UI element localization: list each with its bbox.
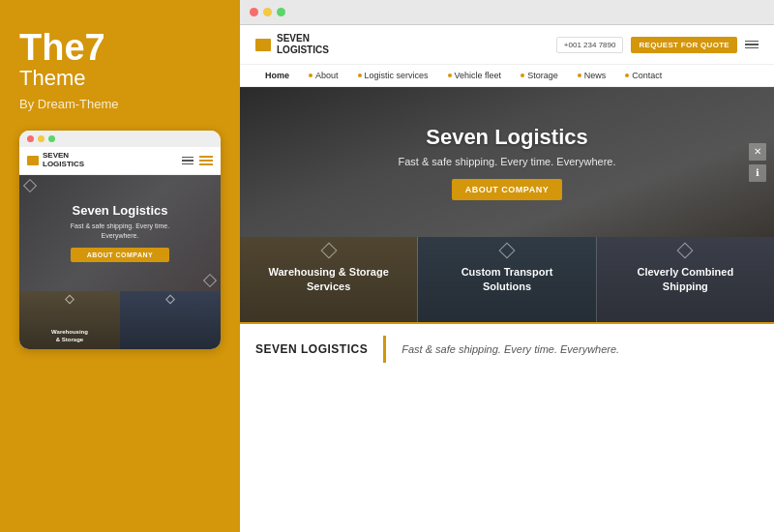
site-header: SEVEN LOGISTICS +001 234 7890 REQUEST FO… [240, 25, 774, 65]
nav-about[interactable]: About [299, 65, 348, 86]
theme-subtitle: Theme [19, 66, 221, 91]
nav-storage[interactable]: Storage [511, 65, 568, 86]
site-hero: Seven Logistics Fast & safe shipping. Ev… [240, 87, 774, 237]
browser-dot-red[interactable] [250, 8, 258, 16]
mobile-mockup: SEVEN LOGISTICS Seven Logistics Fast & s… [19, 131, 221, 349]
bottom-section: SEVEN LOGISTICS Fast & safe shipping. Ev… [240, 324, 774, 374]
service-diamond-1 [320, 243, 337, 259]
hero-button[interactable]: ABOUT COMPANY [452, 179, 562, 200]
mobile-logo-icon [27, 156, 39, 165]
nav-contact[interactable]: Contact [615, 65, 671, 86]
nav-home[interactable]: Home [255, 65, 299, 86]
service-label-transport: Custom TransportSolutions [452, 265, 563, 295]
browser-dot-green[interactable] [277, 8, 285, 16]
hero-title: Seven Logistics [399, 125, 616, 150]
theme-by: By Dream-Theme [19, 97, 221, 111]
nav-news[interactable]: News [568, 65, 616, 86]
theme-name: The7 [19, 29, 221, 66]
hero-subtitle: Fast & safe shipping. Every time. Everyw… [399, 156, 616, 167]
browser-content: SEVEN LOGISTICS +001 234 7890 REQUEST FO… [240, 25, 774, 532]
logo-text: SEVEN LOGISTICS [277, 33, 329, 56]
service-tile-warehousing[interactable]: Warehousing & StorageServices [240, 237, 418, 322]
nav-dot [578, 74, 581, 77]
service-tile-transport[interactable]: Custom TransportSolutions [418, 237, 596, 322]
mobile-bar-icon[interactable] [182, 157, 194, 165]
service-tile-shipping[interactable]: Cleverly CombinedShipping [597, 237, 774, 322]
scroll-info-button[interactable]: ℹ [749, 164, 766, 182]
mobile-hero-title: Seven Logistics [71, 203, 169, 218]
mobile-service-diamond-1 [65, 294, 74, 304]
nav-dot [309, 74, 313, 77]
scroll-up-button[interactable]: ✕ [749, 143, 766, 161]
mobile-about-button[interactable]: ABOUT COMPANY [71, 248, 169, 262]
service-diamond-2 [498, 243, 515, 259]
menu-icon[interactable] [745, 41, 759, 49]
dot-yellow [38, 135, 45, 142]
nav-vehicle-fleet[interactable]: Vehicle fleet [438, 65, 512, 86]
bottom-divider [383, 336, 386, 363]
mobile-header-icons [182, 156, 213, 165]
service-label-shipping: Cleverly CombinedShipping [628, 265, 744, 295]
mobile-service-label-1: Warehousing& Storage [51, 329, 88, 344]
nav-dot [358, 74, 362, 77]
site-navigation: Home About Logistic services Vehicle fle… [240, 65, 774, 87]
service-diamond-3 [677, 243, 694, 259]
logo-icon [255, 39, 271, 51]
bottom-tagline: Fast & safe shipping. Every time. Everyw… [402, 343, 619, 355]
browser-chrome [240, 0, 774, 25]
hero-scroll-buttons: ✕ ℹ [749, 143, 766, 182]
mobile-site-header: SEVEN LOGISTICS [19, 147, 221, 175]
browser-dot-yellow[interactable] [263, 8, 272, 16]
bottom-company-name: SEVEN LOGISTICS [255, 342, 368, 356]
mobile-hero-subtitle: Fast & safe shipping. Every time.Everywh… [71, 222, 169, 241]
dot-green [48, 135, 55, 142]
sidebar: The7 Theme By Dream-Theme SEVEN LOGISTIC… [0, 0, 240, 532]
mobile-hero: Seven Logistics Fast & safe shipping. Ev… [19, 175, 221, 291]
mobile-service-diamond-2 [165, 294, 175, 304]
services-strip: Warehousing & StorageServices Custom Tra… [240, 237, 774, 324]
hero-content: Seven Logistics Fast & safe shipping. Ev… [399, 125, 616, 200]
site-header-right: +001 234 7890 REQUEST FOR QUOTE [556, 37, 759, 53]
site-logo: SEVEN LOGISTICS [255, 33, 329, 56]
mobile-service-tile-1: Warehousing& Storage [19, 291, 120, 349]
phone-number: +001 234 7890 [556, 37, 624, 53]
nav-dot [625, 74, 629, 77]
quote-button[interactable]: REQUEST FOR QUOTE [631, 37, 737, 53]
nav-logistic-services[interactable]: Logistic services [348, 65, 438, 86]
mobile-hero-content: Seven Logistics Fast & safe shipping. Ev… [61, 203, 179, 263]
mobile-services-strip: Warehousing& Storage [19, 291, 221, 349]
mobile-menu-icon[interactable] [199, 156, 213, 165]
mobile-chrome [19, 131, 221, 147]
nav-dot [521, 74, 524, 77]
nav-dot [448, 74, 452, 77]
mobile-logo-text: SEVEN LOGISTICS [43, 152, 84, 169]
dot-red [27, 135, 34, 142]
browser-area: SEVEN LOGISTICS +001 234 7890 REQUEST FO… [240, 0, 774, 532]
mobile-service-tile-2 [120, 291, 221, 349]
service-label-warehousing: Warehousing & StorageServices [259, 265, 399, 295]
mobile-logo: SEVEN LOGISTICS [27, 152, 84, 169]
